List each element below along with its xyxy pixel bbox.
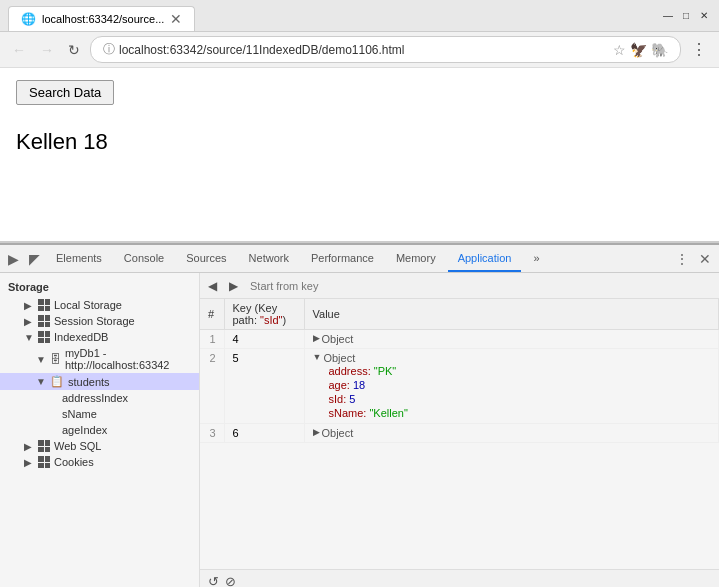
devtools-toolbar: ▶ ◤ Elements Console Sources Network Per… — [0, 245, 719, 273]
key-2: 5 — [224, 349, 304, 424]
sidebar-item-session-storage[interactable]: ▶ Session Storage — [0, 313, 199, 329]
lock-icon: ⓘ — [103, 41, 115, 58]
row-num-1: 1 — [200, 330, 224, 349]
minimize-btn[interactable]: — — [661, 9, 675, 23]
address-bar: ← → ↻ ⓘ localhost:63342/source/11Indexed… — [0, 32, 719, 68]
sidebar-item-age-index[interactable]: ▶ ageIndex — [0, 422, 199, 438]
tab-close-btn[interactable]: ✕ — [170, 11, 182, 27]
devtools-sidebar: Storage ▶ Local Storage ▶ Session Storag… — [0, 273, 200, 587]
extension-icon[interactable]: 🦅 — [630, 42, 647, 58]
table-row: 1 4 ▶ Object — [200, 330, 719, 349]
window-controls: — □ ✕ — [661, 9, 711, 23]
expand-obj-1[interactable]: ▶ — [313, 333, 320, 343]
db-icon-3 — [38, 331, 50, 343]
data-table: # Key (Key path: "sId") Value 1 4 — [200, 299, 719, 569]
close-btn[interactable]: ✕ — [697, 9, 711, 23]
page-content: Search Data Kellen 18 — [0, 68, 719, 243]
row-num-3: 3 — [200, 424, 224, 443]
expand-obj-2[interactable]: ▼ — [313, 352, 322, 362]
age-index-label: ageIndex — [62, 424, 107, 436]
expand-cookies-icon: ▶ — [24, 457, 34, 468]
menu-btn[interactable]: ⋮ — [687, 36, 711, 63]
session-storage-label: Session Storage — [54, 315, 135, 327]
clear-records-btn[interactable]: ⊘ — [225, 574, 236, 587]
devtools-main-panel: ◀ ▶ # Key (Key path: "sId") Value — [200, 273, 719, 587]
col-header-num: # — [200, 299, 224, 330]
devtools-close-btn[interactable]: ✕ — [695, 247, 715, 271]
maximize-btn[interactable]: □ — [679, 9, 693, 23]
expand-indexeddb-icon: ▼ — [24, 332, 34, 343]
key-path-highlight: "sId" — [260, 314, 282, 326]
tab-console[interactable]: Console — [114, 245, 174, 272]
devtools-device-btn[interactable]: ◤ — [25, 247, 44, 271]
sidebar-item-local-storage[interactable]: ▶ Local Storage — [0, 297, 199, 313]
expand-local-storage-icon: ▶ — [24, 300, 34, 311]
cookies-label: Cookies — [54, 456, 94, 468]
indexeddb-label: IndexedDB — [54, 331, 108, 343]
prop-age: age: 18 — [329, 378, 711, 392]
obj-props: address: "PK" age: 18 sId: 5 — [329, 364, 711, 420]
sidebar-item-web-sql[interactable]: ▶ Web SQL — [0, 438, 199, 454]
prop-address: address: "PK" — [329, 364, 711, 378]
db-icon — [38, 299, 50, 311]
sidebar-item-indexeddb[interactable]: ▼ IndexedDB — [0, 329, 199, 345]
key-input[interactable] — [246, 278, 715, 294]
sidebar-item-students[interactable]: ▼ 📋 students — [0, 373, 199, 390]
refresh-records-btn[interactable]: ↺ — [208, 574, 219, 587]
table-icon: 📋 — [50, 375, 64, 388]
sidebar-item-address-index[interactable]: ▶ addressIndex — [0, 390, 199, 406]
expand-obj-3[interactable]: ▶ — [313, 427, 320, 437]
key-toolbar: ◀ ▶ — [200, 273, 719, 299]
devtools-more-btn[interactable]: ⋮ — [671, 247, 693, 271]
col-header-key: Key (Key path: "sId") — [224, 299, 304, 330]
expand-mydb1-icon: ▼ — [36, 354, 46, 365]
expand-students-icon: ▼ — [36, 376, 46, 387]
expand-session-storage-icon: ▶ — [24, 316, 34, 327]
value-2[interactable]: ▼ Object address: "PK" age: 18 — [304, 349, 719, 424]
tab-title: localhost:63342/source... — [42, 13, 164, 25]
db-icon-4 — [38, 440, 50, 452]
table-row: 2 5 ▼ Object address: "PK" — [200, 349, 719, 424]
tab-performance[interactable]: Performance — [301, 245, 384, 272]
refresh-btn[interactable]: ↻ — [64, 38, 84, 62]
row-num-2: 2 — [200, 349, 224, 424]
prop-sname: sName: "Kellen" — [329, 406, 711, 420]
title-bar: 🌐 localhost:63342/source... ✕ — □ ✕ — [0, 0, 719, 32]
url-text: localhost:63342/source/11IndexedDB/demo1… — [119, 43, 609, 57]
browser-tab[interactable]: 🌐 localhost:63342/source... ✕ — [8, 6, 195, 31]
extension2-icon[interactable]: 🐘 — [651, 42, 668, 58]
tab-more[interactable]: » — [523, 245, 549, 272]
key-prev-btn[interactable]: ◀ — [204, 277, 221, 295]
url-bar[interactable]: ⓘ localhost:63342/source/11IndexedDB/dem… — [90, 36, 681, 63]
sidebar-item-mydb1[interactable]: ▼ 🗄 myDb1 - http://localhost:63342 — [0, 345, 199, 373]
tab-memory[interactable]: Memory — [386, 245, 446, 272]
key-next-btn[interactable]: ▶ — [225, 277, 242, 295]
db-file-icon: 🗄 — [50, 353, 61, 365]
tab-area: 🌐 localhost:63342/source... ✕ — [8, 0, 653, 31]
table-row: 3 6 ▶ Object — [200, 424, 719, 443]
tab-network[interactable]: Network — [239, 245, 299, 272]
bookmark-icon[interactable]: ☆ — [613, 42, 626, 58]
sidebar-item-cookies[interactable]: ▶ Cookies — [0, 454, 199, 470]
search-data-button[interactable]: Search Data — [16, 80, 114, 105]
col-header-value: Value — [304, 299, 719, 330]
web-sql-label: Web SQL — [54, 440, 102, 452]
back-btn[interactable]: ← — [8, 38, 30, 62]
tab-sources[interactable]: Sources — [176, 245, 236, 272]
expand-web-sql-icon: ▶ — [24, 441, 34, 452]
devtools-body: Storage ▶ Local Storage ▶ Session Storag… — [0, 273, 719, 587]
db-icon-2 — [38, 315, 50, 327]
devtools-inspect-btn[interactable]: ▶ — [4, 247, 23, 271]
address-index-label: addressIndex — [62, 392, 128, 404]
sidebar-item-sname[interactable]: ▶ sName — [0, 406, 199, 422]
value-3[interactable]: ▶ Object — [304, 424, 719, 443]
devtools-panel: ▶ ◤ Elements Console Sources Network Per… — [0, 243, 719, 587]
tab-elements[interactable]: Elements — [46, 245, 112, 272]
key-1: 4 — [224, 330, 304, 349]
db-icon-5 — [38, 456, 50, 468]
forward-btn[interactable]: → — [36, 38, 58, 62]
tab-application[interactable]: Application — [448, 245, 522, 272]
prop-sid: sId: 5 — [329, 392, 711, 406]
value-1[interactable]: ▶ Object — [304, 330, 719, 349]
local-storage-label: Local Storage — [54, 299, 122, 311]
